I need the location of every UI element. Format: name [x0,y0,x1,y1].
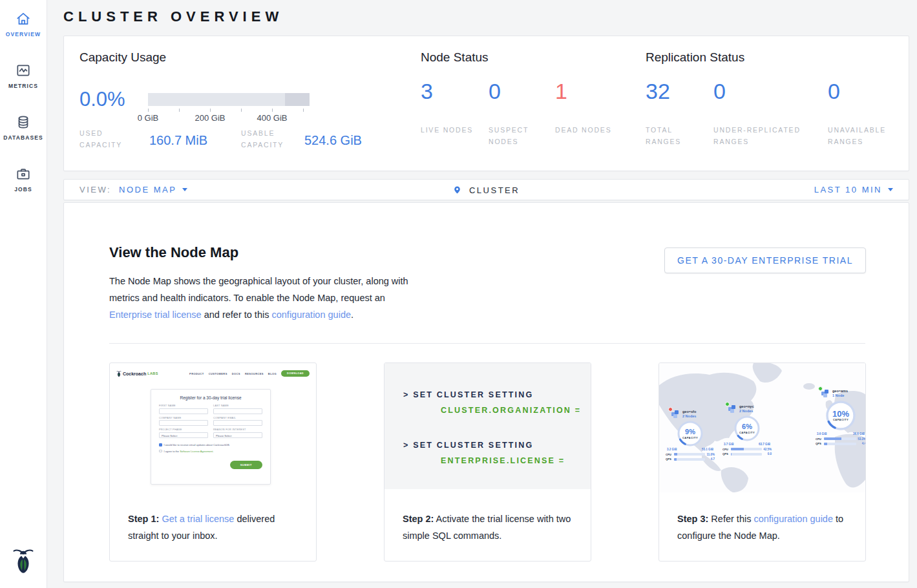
capacity-axis-label: 400 GiB [257,113,288,123]
cockroach-bug-icon [116,370,121,377]
trial-license-form: Register for a 30-day trial license FIRS… [151,389,271,485]
form-field-label: REASON FOR INTEREST [213,428,262,431]
capacity-axis-tick [179,109,180,112]
map-node-widget-nyc: geo=nyc2 Nodes 6%CAPACITY 3.7 GiB63.7 Gi… [722,404,772,456]
used-capacity-label: USED CAPACITY [79,127,138,151]
cockroachdb-admin-console: OVERVIEW METRICS DATABASES JOBS [0,0,917,588]
usable-capacity-value: 524.6 GiB [304,133,362,148]
sidebar: OVERVIEW METRICS DATABASES JOBS [0,0,47,588]
form-input [159,408,208,414]
section-divider [109,343,865,344]
node-status-dot-dead [668,407,673,412]
promo-text-2: and refer to this [202,310,272,320]
sql-commands-block: > SET CLUSTER SETTING CLUSTER.ORGANIZATI… [385,363,591,489]
sql-setting-license: ENTERPRISE.LICENSE = [441,456,565,465]
sidebar-item-jobs[interactable]: JOBS [0,165,47,193]
used-capacity-value: 160.7 MiB [149,133,207,148]
total-ranges-value: 32 [646,79,670,104]
location-pin-icon [453,185,461,195]
view-label: VIEW: [79,185,111,194]
step-prefix: Step 2: [403,514,434,524]
enterprise-trial-license-link[interactable]: Enterprise trial license [109,310,202,320]
total-ranges-label: TOTAL RANGES [646,124,704,147]
form-select: Please Select [159,432,208,438]
capacity-axis-label: 200 GiB [195,113,226,123]
capacity-axis-tick [303,109,304,112]
databases-icon [15,114,32,131]
view-selector[interactable]: VIEW: NODE MAP [79,185,187,194]
under-replicated-ranges-value: 0 [713,79,726,104]
node-map-screenshot: geo=sfo2 Nodes 9%CAPACITY 3.2 GiB53.1 Gi… [659,363,865,492]
checkbox-unchecked [159,450,162,453]
form-field-label: FIRST NAME [159,404,208,407]
form-input [213,408,262,414]
promo-text-3: . [351,310,353,320]
node-status-dot-live [725,402,730,406]
sidebar-item-label: METRICS [0,83,47,89]
live-nodes-value: 3 [421,79,433,104]
form-input [159,420,208,426]
view-dropdown-value[interactable]: NODE MAP [119,185,176,194]
capacity-axis-tick [210,109,211,112]
promo-text-1: The Node Map shows the geographical layo… [109,276,408,303]
capacity-usage-title: Capacity Usage [79,50,166,65]
minisite-logo-text: Cockroach [123,372,146,376]
submit-button: SUBMIT [230,461,262,469]
checkbox-checked [159,443,162,446]
minisite-logo-suffix: LABS [147,372,158,375]
minisite-download-button: DOWNLOAD [281,370,310,377]
configuration-guide-link[interactable]: configuration guide [754,514,833,524]
minisite-nav-item: CUSTOMERS [209,372,227,375]
sql-command: SET CLUSTER SETTING [413,441,533,450]
replication-status-title: Replication Status [646,50,744,65]
suspect-nodes-value: 0 [489,79,501,104]
capacity-gauge: 6%CAPACITY [733,415,761,442]
step-3-card: geo=sfo2 Nodes 9%CAPACITY 3.2 GiB53.1 Gi… [659,362,866,562]
capacity-bar [148,93,310,106]
dead-nodes-value: 1 [555,79,567,104]
capacity-axis-tick [148,109,149,112]
sidebar-item-databases[interactable]: DATABASES [0,114,47,141]
node-status-dot-live [818,386,823,391]
step-3-caption: Step 3: Refer this configuration guide t… [677,510,852,544]
sidebar-item-metrics[interactable]: METRICS [0,62,47,89]
minisite-nav-item: PRODUCT [189,372,204,375]
cockroach-bug-icon [12,547,34,575]
node-status-title: Node Status [421,50,489,65]
node-cube-icon [671,410,680,419]
enterprise-trial-button[interactable]: GET A 30-DAY ENTERPRISE TRIAL [664,247,866,273]
cluster-summary-card: Capacity Usage 0.0% 0 GiB 200 GiB 400 Gi… [63,36,909,171]
under-replicated-ranges-label: UNDER-REPLICATED RANGES [713,124,823,147]
metrics-icon [15,62,32,79]
sidebar-item-label: JOBS [0,186,47,193]
cockroach-logo [0,547,47,578]
agree-text: I agree to the [164,450,180,453]
configuration-guide-link[interactable]: configuration guide [271,310,351,320]
license-agreement-link: Software License Agreement. [180,450,213,453]
step-prefix: Step 1: [128,514,159,524]
time-range-selector[interactable]: LAST 10 MIN [814,185,893,194]
get-trial-license-link[interactable]: Get a trial license [162,514,234,524]
step-1-card: Cockroach LABS PRODUCT CUSTOMERS DOCS RE… [109,362,317,562]
map-node-widget-sfo: geo=sfo2 Nodes 9%CAPACITY 3.2 GiB53.1 Gi… [666,410,715,461]
capacity-axis-label: 0 GiB [138,113,159,123]
minisite-logo: Cockroach LABS [116,370,158,377]
dead-nodes-label: DEAD NODES [555,124,613,136]
chevron-down-icon [182,188,187,191]
form-field-label: COMPANY EMAIL [213,417,262,419]
unavailable-ranges-value: 0 [828,79,840,104]
capacity-axis-tick [241,109,242,112]
chevron-down-icon [888,188,893,191]
sidebar-item-overview[interactable]: OVERVIEW [0,10,47,37]
capacity-gauge: 10%CAPACITY [825,399,857,432]
minisite-nav-item: RESOURCES [245,372,264,375]
trial-form-title: Register for a 30-day trial license [159,395,262,400]
cluster-label: CLUSTER [469,185,520,195]
form-field-label: LAST NAME [213,404,262,407]
node-map-promo-text: The Node Map shows the geographical layo… [109,273,413,323]
suspect-nodes-label: SUSPECT NODES [489,124,547,147]
capacity-bar-end-segment [285,93,310,106]
sql-command: SET CLUSTER SETTING [413,390,533,399]
step-2-caption: Step 2: Activate the trial license with … [403,510,578,544]
view-bar: VIEW: NODE MAP CLUSTER LAST 10 MIN [63,179,909,200]
